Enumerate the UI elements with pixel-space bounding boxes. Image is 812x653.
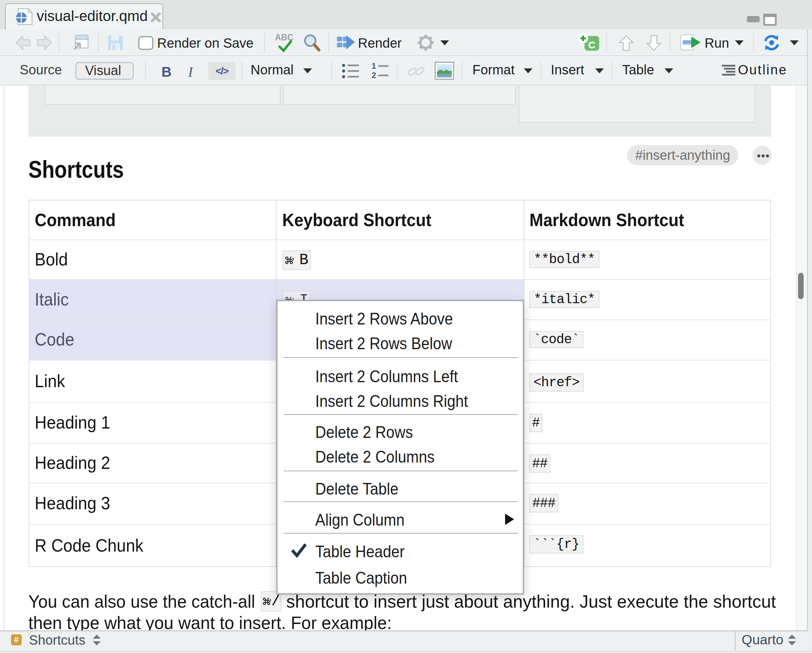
svg-text:1: 1	[372, 62, 376, 70]
svg-text:2: 2	[372, 71, 376, 80]
